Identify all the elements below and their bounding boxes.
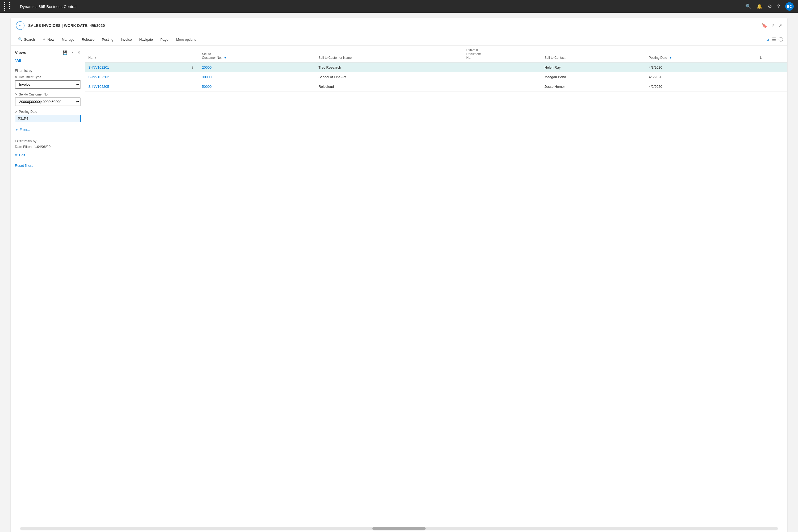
invoice-no-link[interactable]: S-INV102201 <box>88 65 109 70</box>
remove-posting-date-filter-icon[interactable]: ✕ <box>15 110 18 114</box>
help-icon[interactable]: ? <box>777 4 780 9</box>
col-contact: Sell-to Contact <box>541 46 646 62</box>
data-area: No. ↑ Sell-toCustomer No. ▼ Sell-to Cust… <box>85 46 787 525</box>
reset-filters-link[interactable]: Reset filters <box>15 164 81 168</box>
page-button[interactable]: Page <box>157 36 172 43</box>
divider-2 <box>15 136 81 136</box>
list-view-icon[interactable]: ☰ <box>772 37 776 42</box>
cell-customer-name: Trey Research <box>315 62 463 72</box>
plus-icon: ＋ <box>42 37 46 42</box>
content-area: ← SALES INVOICES | WORK DATE: 4/6/2020 🔖… <box>11 18 787 532</box>
scrollbar-thumb[interactable] <box>373 527 425 530</box>
document-type-label: Document Type <box>19 75 41 79</box>
filter-icon[interactable]: ◢ <box>766 37 769 42</box>
cell-contact: Meagan Bond <box>541 72 646 82</box>
page-title: SALES INVOICES | WORK DATE: 4/6/2020 <box>28 23 758 28</box>
col-external-doc: ExternalDocumentNo. <box>463 46 541 62</box>
posting-button[interactable]: Posting <box>99 36 116 43</box>
pencil-icon: ✏ <box>15 153 18 157</box>
toolbar-separator <box>174 36 174 42</box>
filter-panel-header: Views 💾 ⋮ ✕ <box>15 50 81 55</box>
more-views-icon[interactable]: ⋮ <box>70 50 75 55</box>
col-customer-name: Sell-to Customer Name <box>315 46 463 62</box>
customer-no-label: Sell-to Customer No. <box>19 93 49 96</box>
invoice-no-link[interactable]: S-INV102205 <box>88 84 109 89</box>
remove-document-type-filter-icon[interactable]: ✕ <box>15 75 18 79</box>
cell-actions[interactable] <box>187 72 199 82</box>
app-title: Dynamics 365 Business Central <box>20 4 741 9</box>
sort-asc-icon[interactable]: ↑ <box>95 56 96 59</box>
cell-customer-no[interactable]: 20000 <box>199 62 315 72</box>
edit-button[interactable]: ✏ Edit <box>15 152 25 158</box>
plus-filter-icon: ＋ <box>15 127 18 132</box>
cell-contact: Jesse Homer <box>541 82 646 92</box>
more-options-button[interactable]: More options <box>176 38 196 41</box>
info-icon[interactable]: ⓘ <box>779 36 783 42</box>
save-view-icon[interactable]: 💾 <box>62 50 68 55</box>
settings-icon[interactable]: ⚙ <box>768 3 772 9</box>
add-filter-button[interactable]: ＋ Filter... <box>15 126 30 133</box>
customer-no-value[interactable]: 50000 <box>202 84 211 89</box>
close-panel-icon[interactable]: ✕ <box>77 50 81 55</box>
customer-no-select-wrapper[interactable]: 20000|30000|40000|50000 <box>15 97 81 106</box>
toolbar-right-icons: ◢ ☰ ⓘ <box>766 36 783 42</box>
open-in-new-icon[interactable]: ↗ <box>771 23 775 28</box>
table-row[interactable]: S-INV102202 30000 School of Fine Art Mea… <box>85 72 787 82</box>
customer-no-value[interactable]: 30000 <box>202 75 211 79</box>
cell-no[interactable]: S-INV102202 <box>85 72 187 82</box>
document-type-select[interactable]: Invoice Credit Memo Order <box>15 80 80 89</box>
col-actions <box>187 46 199 62</box>
cell-external-doc <box>463 72 541 82</box>
invoice-no-link[interactable]: S-INV102202 <box>88 75 109 79</box>
bookmark-icon[interactable]: 🔖 <box>762 23 767 28</box>
navigate-button[interactable]: Navigate <box>136 36 156 43</box>
views-title: Views <box>15 50 26 55</box>
cell-posting-date: 4/3/2020 <box>646 62 757 72</box>
user-avatar[interactable]: BC <box>785 2 794 11</box>
document-type-filter: ✕ Document Type Invoice Credit Memo Orde… <box>15 75 81 89</box>
search-icon: 🔍 <box>18 37 23 41</box>
invoice-button[interactable]: Invoice <box>118 36 135 43</box>
table-row[interactable]: S-INV102205 50000 Relecloud Jesse Homer … <box>85 82 787 92</box>
customer-no-value[interactable]: 20000 <box>202 65 211 70</box>
notification-icon[interactable]: 🔔 <box>757 3 762 9</box>
new-button[interactable]: ＋ New <box>39 35 57 43</box>
posting-date-filter-label: Posting Date <box>19 110 37 114</box>
col-no: No. ↑ <box>85 46 187 62</box>
toolbar: 🔍 Search ＋ New Manage Release Posting In… <box>11 33 787 46</box>
search-button[interactable]: 🔍 Search <box>15 36 38 43</box>
customer-no-filter-icon[interactable]: ▼ <box>224 56 227 60</box>
customer-no-select[interactable]: 20000|30000|40000|50000 <box>15 98 80 106</box>
cell-l <box>757 72 787 82</box>
cell-customer-no[interactable]: 30000 <box>199 72 315 82</box>
cell-no[interactable]: S-INV102205 <box>85 82 187 92</box>
cell-external-doc <box>463 62 541 72</box>
row-context-menu-icon[interactable]: ⋮ <box>190 65 195 70</box>
cell-l <box>757 62 787 72</box>
cell-external-doc <box>463 82 541 92</box>
invoices-table: No. ↑ Sell-toCustomer No. ▼ Sell-to Cust… <box>85 46 787 92</box>
all-view-link[interactable]: *All <box>15 58 81 62</box>
page-header: ← SALES INVOICES | WORK DATE: 4/6/2020 🔖… <box>11 18 787 33</box>
horizontal-scrollbar[interactable] <box>20 527 778 530</box>
top-bar: Dynamics 365 Business Central 🔍 🔔 ⚙ ? BC <box>0 0 798 13</box>
cell-customer-no[interactable]: 50000 <box>199 82 315 92</box>
filter-totals-label: Filter totals by: <box>15 139 81 143</box>
expand-icon[interactable]: ⤢ <box>778 23 782 28</box>
search-icon[interactable]: 🔍 <box>745 3 751 9</box>
document-type-select-wrapper[interactable]: Invoice Credit Memo Order <box>15 80 81 89</box>
col-customer-no: Sell-toCustomer No. ▼ <box>199 46 315 62</box>
remove-customer-no-filter-icon[interactable]: ✕ <box>15 93 18 96</box>
app-grid-icon[interactable] <box>4 2 14 11</box>
cell-contact: Helen Ray <box>541 62 646 72</box>
table-row[interactable]: S-INV102201 ⋮ 20000 Trey Research Helen … <box>85 62 787 72</box>
cell-actions[interactable]: ⋮ <box>187 62 199 72</box>
cell-customer-name: Relecloud <box>315 82 463 92</box>
manage-button[interactable]: Manage <box>58 36 77 43</box>
cell-actions[interactable] <box>187 82 199 92</box>
release-button[interactable]: Release <box>78 36 98 43</box>
posting-date-filter-icon[interactable]: ▼ <box>669 56 672 60</box>
cell-no[interactable]: S-INV102201 <box>85 62 187 72</box>
back-button[interactable]: ← <box>16 21 24 30</box>
posting-date-input[interactable] <box>15 115 81 122</box>
